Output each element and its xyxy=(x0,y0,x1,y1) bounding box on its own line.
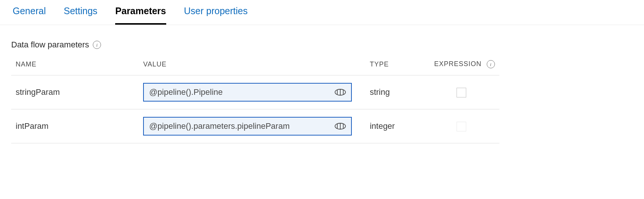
col-header-type: TYPE xyxy=(365,60,430,75)
dynamic-content-icon[interactable] xyxy=(334,121,347,131)
expression-checkbox[interactable] xyxy=(457,88,466,97)
param-value-text: @pipeline().parameters.pipelineParam xyxy=(149,121,334,131)
table-row: intParam @pipeline().parameters.pipeline… xyxy=(11,109,499,143)
parameters-section: Data flow parameters i NAME VALUE TYPE E… xyxy=(0,25,511,143)
info-icon[interactable]: i xyxy=(487,60,495,68)
param-type: string xyxy=(365,75,430,109)
tab-settings[interactable]: Settings xyxy=(64,5,97,25)
param-name: stringParam xyxy=(11,75,139,109)
col-header-value: VALUE xyxy=(139,60,365,75)
param-type: integer xyxy=(365,109,430,143)
table-row: stringParam @pipeline().Pipeline xyxy=(11,75,499,109)
param-value-text: @pipeline().Pipeline xyxy=(149,87,334,97)
param-value-input[interactable]: @pipeline().parameters.pipelineParam xyxy=(143,117,352,136)
param-name: intParam xyxy=(11,109,139,143)
tabs-bar: General Settings Parameters User propert… xyxy=(0,0,644,25)
col-header-name: NAME xyxy=(11,60,139,75)
info-icon[interactable]: i xyxy=(93,41,101,49)
dynamic-content-icon[interactable] xyxy=(334,87,347,97)
param-value-input[interactable]: @pipeline().Pipeline xyxy=(143,83,352,102)
tab-general[interactable]: General xyxy=(13,5,46,25)
col-header-expression: EXPRESSION i xyxy=(430,60,499,75)
tab-user-properties[interactable]: User properties xyxy=(184,5,248,25)
tab-parameters[interactable]: Parameters xyxy=(115,5,166,25)
col-header-expression-text: EXPRESSION xyxy=(434,60,482,68)
section-title: Data flow parameters i xyxy=(11,40,499,50)
section-title-text: Data flow parameters xyxy=(11,40,89,50)
parameters-table: NAME VALUE TYPE EXPRESSION i stringParam… xyxy=(11,60,499,143)
expression-checkbox xyxy=(457,122,466,131)
